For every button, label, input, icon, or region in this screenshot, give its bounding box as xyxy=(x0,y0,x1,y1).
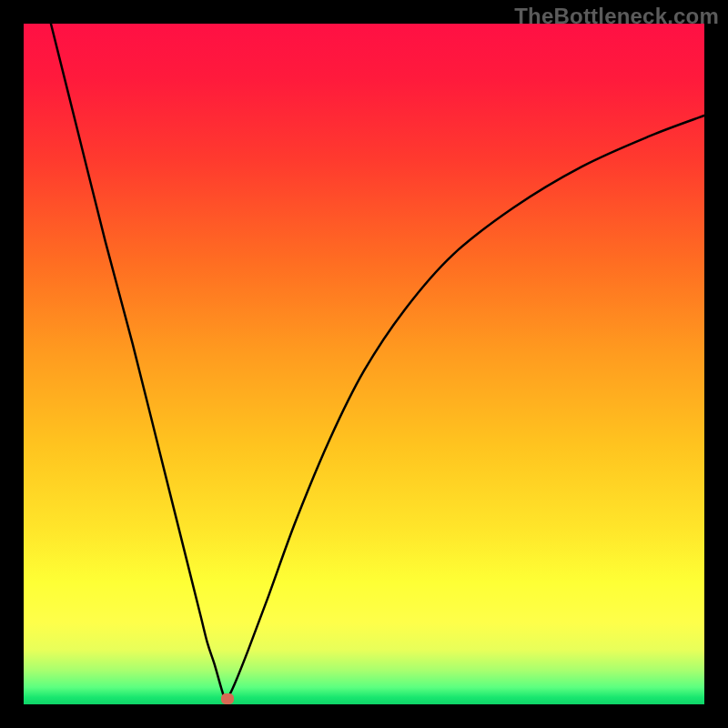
plot-area xyxy=(24,24,704,704)
bottleneck-curve xyxy=(24,24,704,704)
watermark-text: TheBottleneck.com xyxy=(514,4,719,29)
optimum-marker xyxy=(221,693,234,704)
chart-frame: TheBottleneck.com xyxy=(0,0,728,728)
